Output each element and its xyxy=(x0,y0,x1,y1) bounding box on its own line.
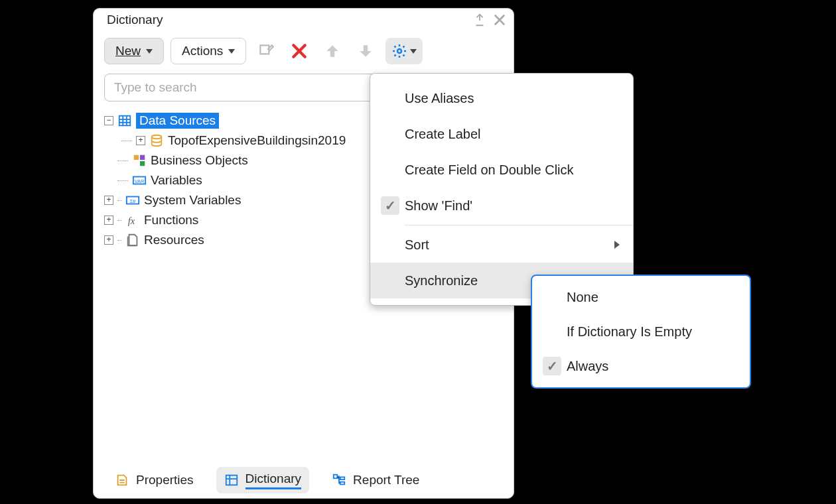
tree-label: Resources xyxy=(144,233,204,247)
tree-label: System Variables xyxy=(144,193,241,208)
resources-icon xyxy=(125,233,140,247)
menu-item-label: Create Label xyxy=(405,127,620,142)
synchronize-submenu: None If Dictionary Is Empty ✓ Always xyxy=(531,275,751,389)
svg-rect-1 xyxy=(119,116,131,126)
move-up-icon[interactable] xyxy=(319,38,346,64)
menu-separator xyxy=(405,225,633,225)
svg-text:fx: fx xyxy=(128,216,135,226)
check-icon: ✓ xyxy=(381,196,399,215)
tab-dictionary[interactable]: Dictionary xyxy=(216,467,309,493)
expand-icon[interactable]: + xyxy=(104,235,113,245)
tab-properties[interactable]: Properties xyxy=(107,467,202,493)
tree-label: Business Objects xyxy=(151,153,248,168)
actions-button-label: Actions xyxy=(182,44,223,58)
svg-rect-5 xyxy=(140,161,145,166)
menu-item-label: Always xyxy=(567,359,736,374)
tab-label: Report Tree xyxy=(353,473,419,487)
tree-label: Data Sources xyxy=(136,113,219,129)
svg-rect-13 xyxy=(340,477,344,479)
tab-report-tree[interactable]: Report Tree xyxy=(324,467,427,493)
expand-icon[interactable]: + xyxy=(136,136,145,145)
edit-icon[interactable] xyxy=(253,38,279,64)
new-button-label: New xyxy=(115,44,141,58)
menu-item-create-field[interactable]: Create Field on Double Click xyxy=(370,152,633,188)
menu-item-create-label[interactable]: Create Label xyxy=(370,116,633,152)
tree-label: TopofExpensiveBuildingsin2019 xyxy=(168,133,346,148)
settings-button[interactable] xyxy=(385,38,423,64)
actions-button[interactable]: Actions xyxy=(171,38,246,64)
sysvar-icon: Σ# xyxy=(125,193,140,208)
chevron-down-icon xyxy=(410,49,417,54)
chevron-right-icon xyxy=(614,241,620,249)
bottom-tabs: Properties Dictionary Report Tree xyxy=(94,462,514,498)
close-icon[interactable] xyxy=(492,13,507,27)
menu-item-show-find[interactable]: ✓ Show 'Find' xyxy=(370,188,633,223)
svg-text:Σ#: Σ# xyxy=(130,198,137,204)
dictionary-icon xyxy=(224,473,239,487)
tab-label: Properties xyxy=(136,473,194,487)
table-icon xyxy=(117,113,132,128)
menu-item-label: Show 'Find' xyxy=(405,198,620,214)
menu-item-use-aliases[interactable]: Use Aliases xyxy=(370,80,633,116)
menu-item-sync-always[interactable]: ✓ Always xyxy=(532,349,750,383)
svg-rect-3 xyxy=(134,155,139,160)
svg-point-2 xyxy=(152,135,162,139)
collapse-icon[interactable]: − xyxy=(104,116,113,125)
chevron-down-icon xyxy=(228,49,235,54)
svg-point-0 xyxy=(397,49,401,53)
menu-item-label: If Dictionary Is Empty xyxy=(567,324,736,340)
tab-label: Dictionary xyxy=(245,472,301,489)
expand-icon[interactable]: + xyxy=(104,216,113,225)
menu-item-sync-if-empty[interactable]: If Dictionary Is Empty xyxy=(532,314,750,349)
menu-item-label: Use Aliases xyxy=(405,91,620,106)
database-icon xyxy=(149,133,164,148)
expand-icon[interactable]: + xyxy=(104,196,113,205)
svg-rect-14 xyxy=(340,482,344,485)
variable-icon: VAR xyxy=(132,173,147,188)
tree-label: Variables xyxy=(151,173,202,188)
menu-item-sort[interactable]: Sort xyxy=(370,227,633,263)
svg-rect-4 xyxy=(140,155,145,160)
chevron-down-icon xyxy=(146,49,153,54)
pin-icon[interactable] xyxy=(472,13,487,27)
toolbar: New Actions xyxy=(94,31,514,74)
new-button[interactable]: New xyxy=(104,38,164,64)
menu-item-sync-none[interactable]: None xyxy=(532,280,750,314)
settings-menu: Use Aliases Create Label Create Field on… xyxy=(370,73,634,306)
delete-icon[interactable] xyxy=(286,38,313,64)
objects-icon xyxy=(132,153,147,168)
svg-text:VAR: VAR xyxy=(135,178,145,184)
menu-item-label: None xyxy=(567,290,736,305)
move-down-icon[interactable] xyxy=(352,38,379,64)
menu-item-label: Create Field on Double Click xyxy=(405,162,620,178)
svg-rect-11 xyxy=(226,475,237,485)
properties-icon xyxy=(115,473,129,487)
panel-title: Dictionary xyxy=(107,13,472,27)
tree-label: Functions xyxy=(144,213,198,227)
check-icon: ✓ xyxy=(543,357,561,375)
function-icon: fx xyxy=(125,213,140,227)
report-tree-icon xyxy=(332,473,346,487)
menu-item-label: Sort xyxy=(405,237,614,253)
panel-header: Dictionary xyxy=(94,9,514,31)
svg-rect-12 xyxy=(334,475,338,479)
